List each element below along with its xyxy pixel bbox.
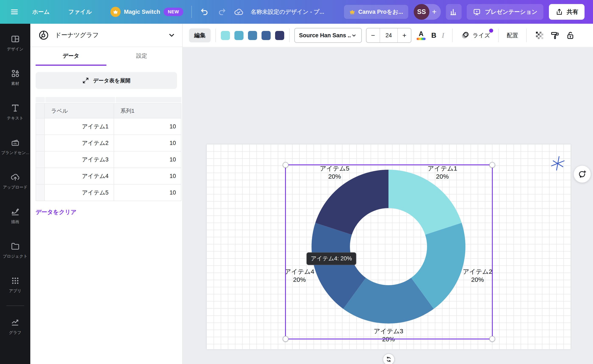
- column-header-series[interactable]: 系列1: [114, 104, 182, 118]
- sidebar-divider: [6, 306, 24, 306]
- upload-icon: [10, 172, 20, 182]
- rotate-handle[interactable]: [383, 353, 395, 364]
- row-handle[interactable]: [36, 151, 45, 168]
- navbar-left: ホーム ファイル Magic Switch NEW 名称未設定のデザイン - プ…: [0, 6, 324, 18]
- svg-text:co.: co.: [13, 142, 17, 145]
- cell-label-5[interactable]: アイテム5: [45, 185, 114, 201]
- selection-box: [285, 164, 493, 339]
- nav-home[interactable]: ホーム: [32, 8, 50, 16]
- clear-data-link[interactable]: データをクリア: [36, 208, 77, 216]
- tab-settings[interactable]: 設定: [106, 47, 177, 66]
- resize-handle-bottom-left[interactable]: [283, 336, 288, 342]
- edit-button[interactable]: 編集: [189, 28, 211, 42]
- row-handle-header: [36, 104, 45, 118]
- canva-app: ホーム ファイル Magic Switch NEW 名称未設定のデザイン - プ…: [0, 0, 593, 364]
- menu-icon[interactable]: [10, 8, 19, 16]
- chart-panel: ドーナツグラフ データ設定 データ表を展開 ラベル系列1アイテム110アイテム2…: [30, 24, 183, 364]
- color-swatch-5[interactable]: [275, 31, 284, 40]
- sidebar-item-design[interactable]: デザイン: [0, 27, 30, 59]
- row-handle[interactable]: [36, 135, 45, 151]
- transparency-button[interactable]: [535, 31, 544, 40]
- table-scrolled-row: [36, 97, 182, 103]
- top-navbar: ホーム ファイル Magic Switch NEW 名称未設定のデザイン - プ…: [0, 0, 593, 24]
- sidebar-item-elements[interactable]: 素材: [0, 62, 30, 93]
- cloud-saved-icon: [234, 7, 243, 17]
- data-table: ラベル系列1アイテム110アイテム210アイテム310アイテム410アイテム51…: [36, 97, 182, 201]
- left-sidebar: デザイン素材テキストco.ブランドセン...アップロード描画プロジェクトアプリグ…: [0, 24, 30, 364]
- cell-label-2[interactable]: アイテム2: [45, 135, 114, 151]
- design-icon: [10, 34, 20, 44]
- nav-magic-switch[interactable]: Magic Switch NEW: [111, 7, 183, 17]
- arrange-button[interactable]: 配置: [507, 32, 518, 39]
- color-swatch-1[interactable]: [221, 31, 230, 40]
- text-color-button[interactable]: A: [417, 31, 426, 40]
- new-badge: NEW: [164, 8, 183, 16]
- sidebar-item-brand[interactable]: co.ブランドセン...: [0, 131, 30, 162]
- nav-file[interactable]: ファイル: [68, 8, 92, 16]
- cell-value-2[interactable]: 10: [114, 135, 182, 151]
- expand-data-table-button[interactable]: データ表を展開: [36, 72, 177, 89]
- panel-header: ドーナツグラフ: [30, 24, 182, 47]
- draw-icon: [10, 207, 20, 216]
- undo-icon[interactable]: [200, 7, 209, 16]
- sidebar-item-upload[interactable]: アップロード: [0, 165, 30, 197]
- paint-roller-icon[interactable]: [550, 31, 560, 40]
- navbar-right: Canva Proをお... SS + プレゼンテーション 共有: [344, 4, 593, 20]
- font-size-value[interactable]: 24: [380, 28, 398, 42]
- color-swatch-3[interactable]: [248, 31, 257, 40]
- apps-icon: [10, 276, 20, 286]
- font-selector[interactable]: Source Han Sans ...: [294, 28, 362, 43]
- sidebar-item-text[interactable]: テキスト: [0, 96, 30, 128]
- bold-button[interactable]: B: [431, 31, 436, 39]
- crown-icon: [111, 7, 121, 17]
- rainbow-bar: [417, 38, 426, 40]
- chevron-down-icon[interactable]: [167, 31, 176, 39]
- divider: [191, 6, 192, 18]
- cell-label-1[interactable]: アイテム1: [45, 118, 114, 135]
- add-comment-button[interactable]: [574, 166, 591, 183]
- sidebar-item-charts[interactable]: グラフ: [0, 311, 30, 342]
- avatar[interactable]: SS: [414, 4, 429, 20]
- projects-icon: [10, 241, 20, 251]
- cell-value-3[interactable]: 10: [114, 151, 182, 168]
- cell-value-5[interactable]: 10: [114, 185, 182, 201]
- share-button[interactable]: 共有: [549, 4, 585, 20]
- row-handle[interactable]: [36, 168, 45, 185]
- charts-icon: [10, 318, 20, 327]
- sidebar-item-projects[interactable]: プロジェクト: [0, 234, 30, 266]
- color-swatches: [221, 31, 284, 40]
- resize-handle-bottom-right[interactable]: [489, 336, 495, 342]
- lock-icon[interactable]: [566, 31, 575, 40]
- design-canvas[interactable]: アイテム120%アイテム220%アイテム320%アイテム420%アイテム520%…: [183, 47, 593, 364]
- column-header-label[interactable]: ラベル: [45, 104, 114, 118]
- sidebar-item-draw[interactable]: 描画: [0, 200, 30, 232]
- insights-icon[interactable]: [446, 4, 462, 20]
- tab-data[interactable]: データ: [36, 47, 106, 66]
- sidebar-item-apps[interactable]: アプリ: [0, 269, 30, 301]
- panel-tabs: データ設定: [36, 47, 177, 66]
- styles-button[interactable]: ライズ: [461, 31, 490, 40]
- present-button[interactable]: プレゼンテーション: [467, 4, 543, 20]
- redo-icon[interactable]: [218, 7, 227, 16]
- elements-icon: [10, 69, 20, 78]
- font-size-increase[interactable]: +: [398, 28, 411, 42]
- color-swatch-4[interactable]: [261, 31, 271, 40]
- row-handle[interactable]: [36, 118, 45, 135]
- font-size-decrease[interactable]: −: [366, 28, 380, 42]
- resize-handle-top-left[interactable]: [283, 162, 288, 168]
- document-title[interactable]: 名称未設定のデザイン - プ...: [251, 8, 324, 16]
- canva-pro-button[interactable]: Canva Proをお...: [344, 5, 408, 19]
- cell-value-1[interactable]: 10: [114, 118, 182, 135]
- italic-button[interactable]: I: [442, 32, 444, 39]
- cursor: [551, 156, 565, 171]
- color-swatch-2[interactable]: [235, 31, 243, 40]
- cell-label-3[interactable]: アイテム3: [45, 151, 114, 168]
- cell-label-4[interactable]: アイテム4: [45, 168, 114, 185]
- donut-chart-icon: [38, 29, 49, 41]
- resize-handle-top-right[interactable]: [489, 162, 495, 168]
- notification-dot: [489, 29, 493, 33]
- cell-value-4[interactable]: 10: [114, 168, 182, 185]
- font-size-stepper: − 24 +: [366, 28, 411, 43]
- text-icon: [10, 103, 20, 113]
- row-handle[interactable]: [36, 185, 45, 201]
